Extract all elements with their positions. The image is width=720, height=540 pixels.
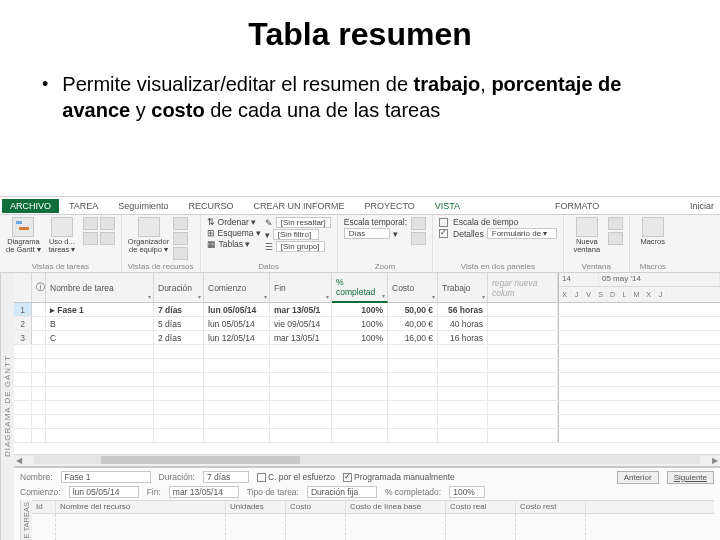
chk-timeline[interactable]: Escala de tiempo bbox=[439, 217, 557, 227]
subcol[interactable]: Nombre del recurso bbox=[56, 501, 226, 513]
btn-esquema[interactable]: ⊞ Esquema ▾ bbox=[207, 228, 261, 238]
small-icon[interactable] bbox=[100, 232, 115, 245]
table-row-empty[interactable] bbox=[14, 345, 720, 359]
btn-macros[interactable]: Macros bbox=[636, 217, 670, 246]
table-row-empty[interactable] bbox=[14, 401, 720, 415]
tab-seguimiento[interactable]: Seguimiento bbox=[108, 199, 178, 213]
small-icon[interactable] bbox=[173, 217, 188, 230]
cell[interactable]: 50,00 € bbox=[388, 303, 438, 316]
small-icon[interactable] bbox=[608, 232, 623, 245]
form-fin-input[interactable]: mar 13/05/14 bbox=[169, 486, 239, 498]
h-scrollbar[interactable]: ◀▶ bbox=[14, 454, 720, 466]
col-start[interactable]: Comienzo▾ bbox=[204, 273, 270, 302]
cell[interactable]: C bbox=[46, 331, 154, 344]
form-start-input[interactable]: lun 05/05/14 bbox=[69, 486, 139, 498]
zoom-icon[interactable] bbox=[411, 217, 426, 230]
cell[interactable]: B bbox=[46, 317, 154, 330]
dd-grupo[interactable]: ☰[Sin grupo] bbox=[265, 241, 331, 252]
subcol[interactable]: Costo real bbox=[446, 501, 516, 513]
cell[interactable]: 16,00 € bbox=[388, 331, 438, 344]
cell[interactable] bbox=[32, 317, 46, 330]
form-type-input[interactable]: Duración fija bbox=[307, 486, 377, 498]
chk-esfuerzo[interactable]: C. por el esfuerzo bbox=[257, 472, 335, 482]
cell[interactable]: lun 12/05/14 bbox=[204, 331, 270, 344]
cell[interactable]: mar 13/05/1 bbox=[270, 331, 332, 344]
ribbon-signin[interactable]: Iniciar bbox=[684, 199, 720, 213]
subcol[interactable]: Costo de línea base bbox=[346, 501, 446, 513]
side-tab-gantt[interactable]: DIAGRAMA DE GANTT bbox=[0, 273, 14, 540]
cell[interactable]: 40 horas bbox=[438, 317, 488, 330]
small-icon[interactable] bbox=[100, 217, 115, 230]
form-name-input[interactable]: Fase 1 bbox=[61, 471, 151, 483]
btn-nueva-ventana[interactable]: Nuevaventana bbox=[570, 217, 604, 254]
cell[interactable] bbox=[488, 331, 558, 344]
tab-formato[interactable]: FORMATO bbox=[545, 199, 609, 213]
table-row-empty[interactable] bbox=[14, 359, 720, 373]
col-add[interactable]: regar nueva colum bbox=[488, 273, 558, 302]
btn-gantt[interactable]: Diagramade Gantt ▾ bbox=[6, 217, 41, 254]
cell[interactable]: 2 bbox=[14, 317, 32, 330]
tab-recurso[interactable]: RECURSO bbox=[178, 199, 243, 213]
tab-informe[interactable]: CREAR UN INFORME bbox=[243, 199, 354, 213]
small-icon[interactable] bbox=[83, 232, 98, 245]
table-row[interactable]: 2B5 díaslun 05/05/14vie 09/05/14100%40,0… bbox=[14, 317, 720, 331]
table-row-empty[interactable] bbox=[14, 373, 720, 387]
cell[interactable]: 3 bbox=[14, 331, 32, 344]
cell[interactable] bbox=[488, 303, 558, 316]
form-pct-input[interactable]: 100% bbox=[449, 486, 485, 498]
col-work[interactable]: Trabajo▾ bbox=[438, 273, 488, 302]
subcol[interactable]: Id bbox=[32, 501, 56, 513]
cell[interactable]: mar 13/05/1 bbox=[270, 303, 332, 316]
subcol[interactable]: Costo bbox=[286, 501, 346, 513]
col-finish[interactable]: Fin▾ bbox=[270, 273, 332, 302]
cell[interactable]: 100% bbox=[332, 331, 388, 344]
table-row-empty[interactable] bbox=[14, 429, 720, 443]
dd-resaltar[interactable]: ✎[Sin resaltar] bbox=[265, 217, 331, 228]
chk-manual[interactable]: Programada manualmente bbox=[343, 472, 455, 482]
col-pct[interactable]: % completad▾ bbox=[332, 273, 388, 303]
tab-vista[interactable]: VISTA bbox=[425, 199, 470, 213]
cell[interactable] bbox=[488, 317, 558, 330]
cell[interactable]: 100% bbox=[332, 303, 388, 316]
cell[interactable]: 16 horas bbox=[438, 331, 488, 344]
cell[interactable]: 7 días bbox=[154, 303, 204, 316]
form-dur-input[interactable]: 7 días bbox=[203, 471, 249, 483]
dd-escala[interactable]: Días ▾ bbox=[344, 228, 407, 239]
cell[interactable]: 40,00 € bbox=[388, 317, 438, 330]
cell[interactable]: vie 09/05/14 bbox=[270, 317, 332, 330]
btn-uso-tareas[interactable]: Uso d...tareas ▾ bbox=[45, 217, 79, 254]
zoom-icon[interactable] bbox=[411, 232, 426, 245]
tab-tarea[interactable]: TAREA bbox=[59, 199, 108, 213]
tab-proyecto[interactable]: PROYECTO bbox=[354, 199, 424, 213]
cell[interactable] bbox=[32, 303, 46, 316]
tab-file[interactable]: ARCHIVO bbox=[2, 199, 59, 213]
table-row[interactable]: 3C2 díaslun 12/05/14mar 13/05/1100%16,00… bbox=[14, 331, 720, 345]
cell[interactable]: 5 días bbox=[154, 317, 204, 330]
col-name[interactable]: Nombre de tarea▾ bbox=[46, 273, 154, 302]
subcol[interactable]: Unidades bbox=[226, 501, 286, 513]
table-row[interactable]: 1▸ Fase 17 díaslun 05/05/14mar 13/05/110… bbox=[14, 303, 720, 317]
chk-detalles[interactable]: Detalles Formulario de ▾ bbox=[439, 228, 557, 239]
btn-organizador[interactable]: Organizadorde equipo ▾ bbox=[128, 217, 169, 254]
side-tab-tareas[interactable]: E TAREAS bbox=[20, 500, 32, 540]
dd-filtro[interactable]: ▾[Sin filtro] bbox=[265, 229, 331, 240]
cell[interactable]: lun 05/05/14 bbox=[204, 317, 270, 330]
cell[interactable]: 1 bbox=[14, 303, 32, 316]
cell[interactable]: lun 05/05/14 bbox=[204, 303, 270, 316]
cell[interactable]: 2 días bbox=[154, 331, 204, 344]
cell[interactable] bbox=[32, 331, 46, 344]
cell[interactable]: 100% bbox=[332, 317, 388, 330]
btn-tablas[interactable]: ▦ Tablas ▾ bbox=[207, 239, 261, 249]
small-icon[interactable] bbox=[83, 217, 98, 230]
btn-anterior[interactable]: Anterior bbox=[617, 471, 659, 484]
btn-siguiente[interactable]: Siguiente bbox=[667, 471, 714, 484]
small-icon[interactable] bbox=[608, 217, 623, 230]
table-row-empty[interactable] bbox=[14, 387, 720, 401]
table-row-empty[interactable] bbox=[14, 415, 720, 429]
col-rownum[interactable] bbox=[14, 273, 32, 302]
small-icon[interactable] bbox=[173, 232, 188, 245]
btn-ordenar[interactable]: ⇅ Ordenar ▾ bbox=[207, 217, 261, 227]
small-icon[interactable] bbox=[173, 247, 188, 260]
col-duration[interactable]: Duración▾ bbox=[154, 273, 204, 302]
col-info[interactable]: ⓘ bbox=[32, 273, 46, 302]
